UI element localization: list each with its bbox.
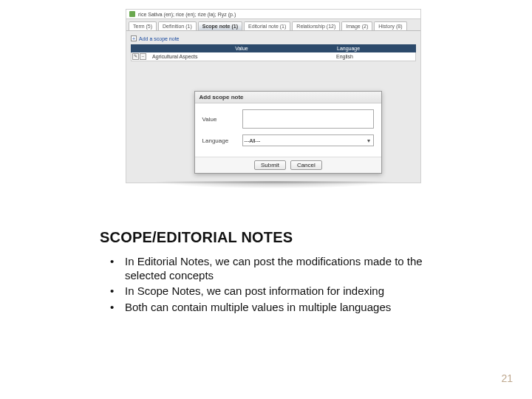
value-row: Value xyxy=(202,109,375,129)
add-scope-note-dialog: Add scope note Value Language ---All--- … xyxy=(194,91,383,174)
tab-scope-note[interactable]: Scope note (1) xyxy=(198,21,242,30)
submit-label: Submit xyxy=(261,162,279,168)
language-label: Language xyxy=(202,137,238,144)
tab-label: Editorial note (1) xyxy=(248,24,286,29)
bullet-text: In Scope Notes, we can post information … xyxy=(125,284,384,297)
breadcrumb-bar: rice Sativa (en); rice (en); rize (la); … xyxy=(126,10,420,19)
tab-label: Scope note (1) xyxy=(202,24,238,29)
tab-label: Definition (1) xyxy=(163,24,192,29)
tab-definition[interactable]: Definition (1) xyxy=(158,21,197,30)
tab-strip: Term (5) Definition (1) Scope note (1) E… xyxy=(126,19,420,31)
col-language-header: Language xyxy=(335,44,416,52)
bullet-list: In Editorial Notes, we can post the modi… xyxy=(100,254,432,316)
tab-term[interactable]: Term (5) xyxy=(129,21,157,30)
table-row: ✎ – Agricultural Aspects English xyxy=(131,52,416,61)
page-title: SCOPE/EDITORIAL NOTES xyxy=(100,229,293,246)
delete-icon[interactable]: – xyxy=(140,53,146,60)
tab-label: Image (2) xyxy=(346,24,368,29)
add-scope-note-link[interactable]: + Add a scope note xyxy=(131,35,416,41)
tab-label: Term (5) xyxy=(133,24,152,29)
value-label: Value xyxy=(202,116,238,123)
dialog-title: Add scope note xyxy=(195,92,382,103)
dialog-footer: Submit Cancel xyxy=(195,157,382,173)
page-number: 21 xyxy=(501,372,513,384)
tab-content: + Add a scope note Value Language ✎ – Ag… xyxy=(126,31,420,66)
bullet-text: In Editorial Notes, we can post the modi… xyxy=(125,255,423,282)
app-screenshot: rice Sativa (en); rice (en); rize (la); … xyxy=(126,9,421,183)
cancel-label: Cancel xyxy=(297,162,316,168)
drop-shadow xyxy=(103,181,443,199)
list-item: In Scope Notes, we can post information … xyxy=(100,284,432,298)
submit-button[interactable]: Submit xyxy=(254,160,286,170)
tab-label: Relationship (12) xyxy=(296,24,335,29)
tab-history[interactable]: History (8) xyxy=(374,21,406,30)
add-link-text: Add a scope note xyxy=(139,36,180,41)
breadcrumb-text: rice Sativa (en); rice (en); rize (la); … xyxy=(138,12,236,17)
row-value: Agricultural Aspects xyxy=(149,52,334,61)
col-value-header: Value xyxy=(149,44,335,52)
edit-icon[interactable]: ✎ xyxy=(132,53,139,60)
list-item: Both can contain multiple values in mult… xyxy=(100,300,432,314)
tab-relationship[interactable]: Relationship (12) xyxy=(292,21,340,30)
language-selected-text: ---All--- xyxy=(245,138,261,143)
language-row: Language ---All--- ▾ xyxy=(202,134,375,146)
row-language: English xyxy=(334,52,415,61)
list-item: In Editorial Notes, we can post the modi… xyxy=(100,254,432,282)
tab-image[interactable]: Image (2) xyxy=(341,21,372,30)
tab-editorial-note[interactable]: Editorial note (1) xyxy=(244,21,290,30)
plus-icon: + xyxy=(131,35,137,41)
grid-header: Value Language xyxy=(131,44,416,52)
bullet-text: Both can contain multiple values in mult… xyxy=(125,301,391,313)
chevron-down-icon: ▾ xyxy=(367,137,372,144)
value-input[interactable] xyxy=(242,109,375,129)
concept-icon xyxy=(129,11,135,17)
tab-label: History (8) xyxy=(378,24,402,29)
cancel-button[interactable]: Cancel xyxy=(290,160,322,170)
language-select[interactable]: ---All--- ▾ xyxy=(242,134,375,146)
